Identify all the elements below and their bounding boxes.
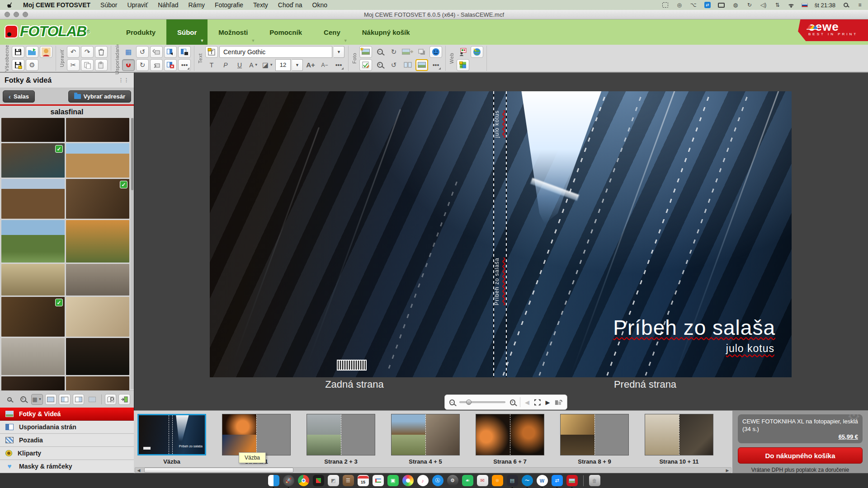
font-size-dropdown-icon[interactable]: ▼ [292, 59, 303, 71]
dock-chrome-icon[interactable] [298, 475, 309, 486]
add-text-button[interactable] [205, 46, 218, 58]
teamviewer-icon[interactable]: ⇄ [704, 2, 711, 8]
time-machine-icon[interactable]: ↻ [746, 2, 753, 8]
menubar-item-upravit[interactable]: Upraviť [122, 1, 153, 9]
cover-title-text[interactable]: Príbeh zo salaša [613, 315, 775, 340]
window-titlebar[interactable]: Moj CEWE FOTOSVET 6.0.5 (x64) - SalasCEW… [0, 10, 868, 19]
web-presentation-button[interactable] [457, 46, 469, 58]
menubar-clock[interactable]: št 21:38 [815, 2, 835, 9]
photo-thumbnail[interactable] [1, 376, 65, 390]
rotate-right-button[interactable]: ↻ [136, 59, 149, 71]
photo-thumbnail[interactable] [66, 220, 129, 263]
zoom-slider-handle[interactable] [466, 399, 472, 405]
photo-thumbnail[interactable] [66, 143, 129, 178]
dock-cewe-icon[interactable] [566, 475, 578, 486]
dock-openoffice-icon[interactable]: 〜 [522, 475, 533, 486]
photo-thumbnail[interactable] [1, 264, 65, 296]
tab-kliparty[interactable]: Kliparty [0, 447, 134, 460]
next-pages-button[interactable] [164, 46, 177, 58]
photo-frame-button[interactable] [415, 59, 428, 71]
fit-view-button[interactable] [534, 399, 541, 406]
scroll-left-icon[interactable]: ◀ [135, 468, 142, 473]
web-globe-button[interactable] [471, 46, 483, 58]
page-thumb-strana-10-11[interactable]: Strana 10 + 11 [645, 414, 713, 465]
cut-button[interactable]: ✂ [67, 59, 80, 71]
accessibility-icon[interactable]: ◍ [732, 2, 739, 8]
photo-smiley-button[interactable] [429, 46, 442, 58]
photo-rotate-cw-button[interactable]: ↻ [387, 46, 400, 58]
bring-forward-button[interactable] [150, 59, 163, 71]
header-nav-produkty[interactable]: Produkty [115, 19, 166, 45]
dock-app-store-icon[interactable]: Ⓐ [432, 475, 443, 486]
page-thumb-strana-2-3[interactable]: Strana 2 + 3 [307, 414, 375, 465]
font-size-select[interactable]: 12 [275, 59, 291, 71]
tab-masky-ramceky[interactable]: ♥Masky & rámčeky [0, 460, 134, 473]
sidebar-scrollbar[interactable] [131, 118, 134, 389]
photo-thumbnail[interactable] [1, 179, 65, 219]
export-panel-button[interactable] [118, 394, 130, 405]
layout-left-button[interactable] [59, 394, 71, 405]
volume-icon[interactable]: ◁) [760, 2, 767, 8]
zoom-window-button[interactable] [23, 12, 28, 17]
layout-both-button[interactable] [45, 394, 57, 405]
photo-rotate-ccw-button[interactable]: ↺ [387, 59, 400, 71]
notification-center-icon[interactable]: ≡ [856, 2, 863, 8]
dock-calendar-icon[interactable]: 15 [358, 475, 369, 486]
filmstrip-scrollbar[interactable]: ◀ ▶ [135, 467, 731, 473]
dock-itunes-icon[interactable]: ♪ [417, 475, 429, 486]
settings-gear-button[interactable]: ⚙ [26, 59, 38, 71]
text-color-button[interactable]: A▼ [247, 59, 260, 71]
page-thumb-strana-4-5[interactable]: Strana 4 + 5 [391, 414, 460, 465]
menubar-app-name[interactable]: Moj CEWE FOTOSVET [18, 1, 95, 9]
header-nav-subor[interactable]: Súbor▼ [166, 19, 208, 45]
keyboard-brightness-icon[interactable]: ⇅ [774, 2, 781, 8]
scrollbar-thumb[interactable] [144, 468, 293, 473]
zoom-out-button[interactable]: − [449, 399, 455, 405]
page-thumb-vazba[interactable]: Príbeh zo salaša Väzba [137, 414, 206, 465]
send-backward-button[interactable] [150, 46, 163, 58]
open-button[interactable] [26, 46, 38, 58]
dock-facetime-icon[interactable]: ▣ [387, 475, 399, 486]
dock-reminders-icon[interactable] [373, 475, 384, 486]
page-thumb-strana-8-9[interactable]: Strana 8 + 9 [560, 414, 629, 465]
delete-button[interactable] [95, 46, 108, 58]
text-underline-button[interactable]: U [233, 59, 246, 71]
cover-author-text[interactable]: julo kotus [726, 343, 774, 355]
browse-book-button[interactable] [105, 394, 117, 405]
input-source-icon[interactable]: ⌥ [690, 2, 697, 8]
photo-more-button[interactable]: ••• [429, 59, 442, 71]
photo-thumbnail[interactable] [66, 376, 129, 390]
scrollbar-thumb[interactable] [131, 118, 133, 190]
layout-more-button[interactable] [86, 394, 98, 405]
save-as-button[interactable] [12, 59, 24, 71]
redo-button[interactable]: ↷ [81, 46, 94, 58]
avatar-button[interactable] [40, 46, 52, 58]
zoom-in-button[interactable]: + [510, 399, 515, 405]
menubar-item-okno[interactable]: Okno [307, 1, 332, 9]
next-page-button[interactable]: ▶ [546, 399, 550, 406]
close-window-button[interactable] [5, 12, 10, 17]
dock-settings-icon[interactable]: ⚙ [447, 475, 458, 486]
dock-teamviewer-icon[interactable]: ⇄ [552, 475, 563, 486]
photo-thumbnail[interactable]: ✓ [1, 143, 65, 178]
dock-trash-icon[interactable]: 🗑 [589, 475, 600, 486]
tab-usporiadania-stran[interactable]: Usporiadania strán [0, 421, 134, 434]
header-nav-pomocnik[interactable]: Pomocník [259, 19, 313, 45]
photo-thumbnail[interactable] [1, 338, 65, 375]
view-mode-button[interactable] [555, 399, 562, 406]
apple-menu-icon[interactable] [7, 2, 14, 9]
menubar-item-ramy[interactable]: Rámy [184, 1, 210, 9]
drag-handle-icon[interactable]: ⋮⋮ [118, 77, 129, 83]
photo-thumbnail[interactable] [1, 220, 65, 263]
dock-finder-icon[interactable] [268, 475, 279, 486]
spotlight-icon[interactable] [842, 2, 849, 8]
back-folder-button[interactable]: ‹Salas [3, 90, 35, 103]
font-larger-button[interactable]: A+ [304, 59, 317, 71]
menubar-item-nahlad[interactable]: Náhľad [153, 1, 183, 9]
tab-fotky-videa[interactable]: Fotky & Videá [0, 408, 134, 421]
screenshot-icon[interactable] [662, 2, 669, 8]
sort-grid-button[interactable]: ▦▼ [31, 394, 43, 405]
thumbs-zoom-out-button[interactable]: − [4, 394, 15, 405]
photo-compare-button[interactable] [401, 59, 414, 71]
save-button[interactable] [12, 46, 24, 58]
